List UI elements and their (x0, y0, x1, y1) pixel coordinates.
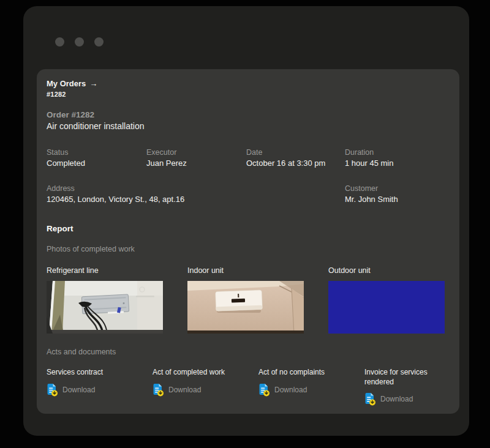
date-value: October 16 at 3:30 pm (246, 159, 345, 168)
download-label: Download (380, 395, 413, 403)
download-link[interactable]: Download (47, 383, 95, 397)
document-name: Invoice for services rendered (364, 368, 456, 387)
duration-value: 1 hour 45 min (345, 159, 449, 168)
detail-status: Status Completed (47, 148, 146, 168)
download-label: Download (168, 386, 201, 394)
order-details: Status Completed Executor Juan Perez Dat… (47, 148, 449, 168)
detail-address: Address 120465, London, Victory St., 48,… (47, 184, 345, 204)
document-item: Act of completed work Download (153, 368, 258, 397)
document-download-icon (47, 383, 58, 397)
document-item: Invoice for services rendered Download (364, 368, 470, 406)
document-name: Act of completed work (153, 368, 244, 378)
document-item: Services contract Download (47, 368, 153, 397)
document-name: Act of no complaints (258, 368, 350, 378)
order-title: Air conditioner installation (47, 121, 145, 131)
photos-grid: Refrigerant line (47, 266, 445, 334)
photo-label: Indoor unit (187, 266, 304, 275)
breadcrumb[interactable]: My Orders → (47, 79, 97, 88)
documents-section-label: Acts and documents (47, 348, 116, 356)
document-download-icon (258, 383, 270, 397)
photo-item-refrigerant-line: Refrigerant line (47, 266, 163, 334)
download-label: Download (274, 386, 307, 394)
breadcrumb-label: My Orders (47, 79, 86, 88)
address-value: 120465, London, Victory St., 48, apt.16 (47, 195, 345, 204)
window-controls (55, 37, 104, 47)
detail-customer: Customer Mr. John Smith (345, 184, 449, 204)
indoor-unit-photo[interactable] (187, 281, 304, 334)
app-window: My Orders → #1282 Order #1282 Air condit… (23, 6, 469, 436)
status-label: Status (47, 148, 146, 157)
detail-executor: Executor Juan Perez (146, 148, 246, 168)
photo-item-outdoor-unit: Outdoor unit (328, 266, 445, 334)
document-name: Services contract (47, 368, 138, 378)
status-value: Completed (47, 159, 146, 168)
download-label: Download (62, 386, 95, 394)
download-link[interactable]: Download (153, 383, 201, 397)
customer-value: Mr. John Smith (345, 195, 449, 204)
outdoor-photo-fill (328, 281, 445, 334)
detail-duration: Duration 1 hour 45 min (345, 148, 449, 168)
photo-label: Outdoor unit (328, 266, 445, 275)
document-download-icon (153, 383, 164, 397)
order-card: My Orders → #1282 Order #1282 Air condit… (37, 69, 459, 414)
window-control-dot[interactable] (55, 37, 64, 47)
window-control-dot[interactable] (75, 37, 84, 47)
customer-label: Customer (345, 184, 449, 193)
refrigerant-line-photo[interactable] (47, 281, 163, 334)
window-control-dot[interactable] (94, 37, 104, 47)
order-heading: Order #1282 (47, 110, 94, 119)
download-link[interactable]: Download (364, 392, 413, 406)
outdoor-unit-photo[interactable] (328, 281, 445, 334)
executor-value: Juan Perez (146, 159, 246, 168)
detail-date: Date October 16 at 3:30 pm (246, 148, 345, 168)
document-item: Act of no complaints Download (258, 368, 364, 397)
date-label: Date (246, 148, 345, 157)
photo-item-indoor-unit: Indoor unit (187, 266, 304, 334)
photo-label: Refrigerant line (47, 266, 163, 275)
executor-label: Executor (146, 148, 246, 157)
address-label: Address (47, 184, 345, 193)
photos-section-label: Photos of completed work (47, 245, 135, 253)
download-link[interactable]: Download (258, 383, 307, 397)
right-arrow-icon: → (89, 79, 97, 88)
divider (37, 214, 459, 215)
duration-label: Duration (345, 148, 449, 157)
breadcrumb-order-ref: #1282 (47, 91, 66, 98)
document-download-icon (364, 392, 376, 406)
order-address-row: Address 120465, London, Victory St., 48,… (47, 184, 449, 204)
documents-grid: Services contract Download Act of co (47, 368, 470, 406)
report-heading: Report (47, 224, 74, 233)
